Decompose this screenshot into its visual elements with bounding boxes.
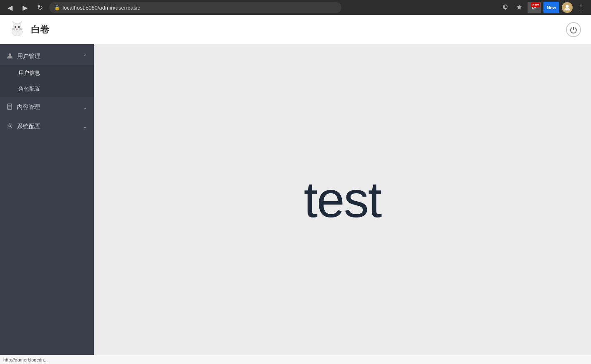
chevron-down-icon: ⌄ xyxy=(83,104,87,110)
sidebar-item-content-management[interactable]: 内容管理 ⌄ xyxy=(0,99,94,116)
svg-point-7 xyxy=(17,28,18,29)
new-extension-button[interactable]: New xyxy=(543,2,559,13)
main-header xyxy=(94,15,591,44)
nav-section-system-config: 系统配置 ⌄ xyxy=(0,118,94,135)
url-text: localhost:8080/admin/user/basic xyxy=(63,5,336,11)
nav-section-user-management: 用户管理 ⌃ 用户信息 角色配置 xyxy=(0,48,94,97)
svg-point-2 xyxy=(13,23,21,31)
app-container: 白卷 用户管理 ⌃ xyxy=(0,15,591,355)
sidebar-nav: 用户管理 ⌃ 用户信息 角色配置 xyxy=(0,44,94,355)
ia-extension-button[interactable]: IA new xyxy=(528,2,541,13)
sidebar: 白卷 用户管理 ⌃ xyxy=(0,15,94,355)
content-management-label: 内容管理 xyxy=(17,104,40,111)
chevron-up-icon: ⌃ xyxy=(83,53,87,59)
power-button[interactable] xyxy=(566,22,581,37)
forward-button[interactable]: ▶ xyxy=(19,2,31,13)
gear-icon xyxy=(7,123,13,130)
browser-chrome: ◀ ▶ ↻ 🔒 localhost:8080/admin/user/basic … xyxy=(0,0,591,15)
user-management-label: 用户管理 xyxy=(17,53,40,60)
browser-toolbar-right: IA new New ⋮ xyxy=(499,2,587,13)
svg-point-12 xyxy=(9,53,11,56)
svg-point-0 xyxy=(566,5,569,8)
sidebar-item-user-management[interactable]: 用户管理 ⌃ xyxy=(0,48,94,65)
menu-button[interactable]: ⋮ xyxy=(575,2,587,13)
user-avatar[interactable] xyxy=(562,2,573,13)
sidebar-item-system-config[interactable]: 系统配置 ⌄ xyxy=(0,118,94,135)
statusbar-text: http://gamerblogcdn... xyxy=(3,357,48,362)
test-display-text: test xyxy=(304,171,381,228)
browser-statusbar: http://gamerblogcdn... xyxy=(0,355,591,364)
sidebar-logo: 白卷 xyxy=(0,15,94,44)
nav-section-content-management: 内容管理 ⌄ xyxy=(0,99,94,116)
svg-point-17 xyxy=(9,125,11,127)
svg-point-6 xyxy=(18,26,20,28)
back-button[interactable]: ◀ xyxy=(4,2,16,13)
sidebar-item-role-config[interactable]: 角色配置 xyxy=(0,81,94,97)
chevron-down-icon-2: ⌄ xyxy=(83,124,87,129)
address-bar[interactable]: 🔒 localhost:8080/admin/user/basic xyxy=(49,2,341,13)
system-config-label: 系统配置 xyxy=(17,123,40,130)
lock-icon: 🔒 xyxy=(54,5,60,10)
svg-point-5 xyxy=(15,26,16,28)
sidebar-item-user-info[interactable]: 用户信息 xyxy=(0,65,94,81)
reload-button[interactable]: ↻ xyxy=(34,2,46,13)
main-content: test xyxy=(94,15,591,355)
key-icon-button[interactable] xyxy=(499,2,511,13)
app-title: 白卷 xyxy=(31,23,49,36)
person-icon xyxy=(7,53,13,60)
user-management-submenu: 用户信息 角色配置 xyxy=(0,65,94,97)
cat-logo-icon xyxy=(8,21,26,38)
document-icon xyxy=(7,104,13,111)
star-icon-button[interactable] xyxy=(513,2,525,13)
ia-badge: new xyxy=(531,3,540,7)
main-body: test xyxy=(94,44,591,355)
